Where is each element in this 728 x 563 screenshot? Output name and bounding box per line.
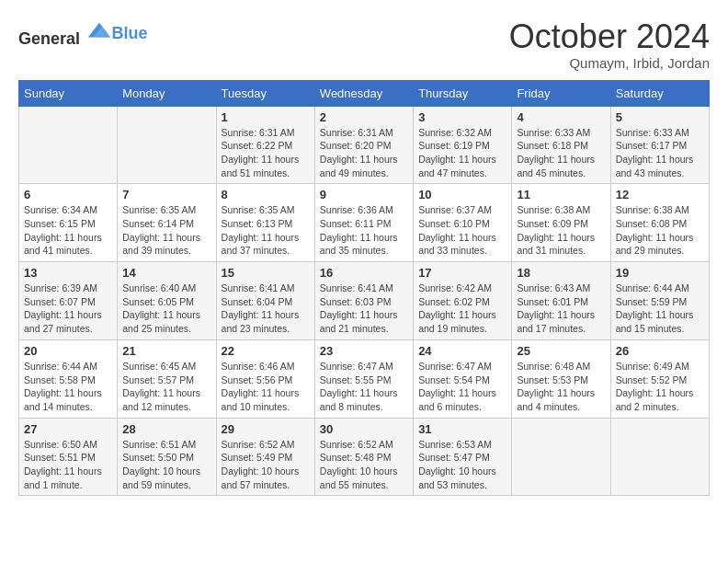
day-of-week-header: Monday (118, 80, 216, 106)
day-info: Sunrise: 6:37 AM Sunset: 6:10 PM Dayligh… (418, 203, 506, 258)
day-info: Sunrise: 6:48 AM Sunset: 5:53 PM Dayligh… (517, 360, 605, 414)
month-title: October 2024 (509, 18, 710, 55)
day-number: 29 (222, 422, 310, 436)
calendar-cell: 26Sunrise: 6:49 AM Sunset: 5:52 PM Dayli… (610, 339, 709, 418)
day-info: Sunrise: 6:44 AM Sunset: 5:59 PM Dayligh… (616, 282, 704, 336)
day-info: Sunrise: 6:33 AM Sunset: 6:17 PM Dayligh… (616, 126, 704, 180)
day-info: Sunrise: 6:35 AM Sunset: 6:14 PM Dayligh… (122, 203, 210, 258)
calendar-cell (512, 418, 610, 496)
calendar-cell: 31Sunrise: 6:53 AM Sunset: 5:47 PM Dayli… (414, 418, 512, 496)
day-info: Sunrise: 6:52 AM Sunset: 5:49 PM Dayligh… (222, 438, 310, 492)
day-number: 17 (418, 266, 506, 280)
day-number: 11 (517, 188, 605, 201)
day-info: Sunrise: 6:39 AM Sunset: 6:07 PM Dayligh… (24, 282, 112, 336)
day-info: Sunrise: 6:31 AM Sunset: 6:22 PM Dayligh… (222, 126, 310, 180)
day-info: Sunrise: 6:41 AM Sunset: 6:04 PM Dayligh… (222, 282, 310, 336)
day-number: 2 (320, 110, 408, 124)
day-of-week-header: Saturday (610, 80, 709, 106)
day-of-week-header: Wednesday (314, 80, 413, 106)
day-of-week-header: Friday (512, 80, 610, 106)
day-info: Sunrise: 6:40 AM Sunset: 6:05 PM Dayligh… (122, 282, 210, 336)
calendar-cell: 12Sunrise: 6:38 AM Sunset: 6:08 PM Dayli… (610, 184, 709, 262)
calendar-cell: 22Sunrise: 6:46 AM Sunset: 5:56 PM Dayli… (216, 339, 314, 418)
day-number: 31 (418, 422, 506, 436)
day-number: 12 (616, 188, 704, 201)
logo-icon (86, 18, 112, 44)
day-number: 3 (418, 110, 506, 124)
calendar-week-row: 13Sunrise: 6:39 AM Sunset: 6:07 PM Dayli… (19, 262, 710, 340)
calendar-cell (610, 418, 709, 496)
day-number: 14 (122, 266, 210, 280)
calendar-cell: 16Sunrise: 6:41 AM Sunset: 6:03 PM Dayli… (314, 262, 413, 340)
calendar-cell: 2Sunrise: 6:31 AM Sunset: 6:20 PM Daylig… (314, 106, 413, 184)
calendar-cell: 20Sunrise: 6:44 AM Sunset: 5:58 PM Dayli… (19, 339, 118, 418)
day-number: 28 (122, 422, 210, 436)
calendar-cell: 10Sunrise: 6:37 AM Sunset: 6:10 PM Dayli… (414, 184, 512, 262)
day-number: 30 (320, 422, 408, 436)
day-number: 10 (418, 188, 506, 201)
calendar-cell: 8Sunrise: 6:35 AM Sunset: 6:13 PM Daylig… (216, 184, 314, 262)
day-info: Sunrise: 6:34 AM Sunset: 6:15 PM Dayligh… (24, 203, 112, 258)
calendar-cell: 29Sunrise: 6:52 AM Sunset: 5:49 PM Dayli… (216, 418, 314, 496)
day-number: 18 (517, 266, 605, 280)
calendar-cell: 27Sunrise: 6:50 AM Sunset: 5:51 PM Dayli… (19, 418, 118, 496)
calendar-cell: 18Sunrise: 6:43 AM Sunset: 6:01 PM Dayli… (512, 262, 610, 340)
day-number: 9 (320, 188, 408, 201)
day-number: 25 (517, 344, 605, 358)
day-number: 21 (122, 344, 210, 358)
day-number: 15 (222, 266, 310, 280)
calendar-table: SundayMondayTuesdayWednesdayThursdayFrid… (18, 80, 710, 497)
calendar-cell: 5Sunrise: 6:33 AM Sunset: 6:17 PM Daylig… (610, 106, 709, 184)
day-number: 20 (24, 344, 112, 358)
calendar-week-row: 6Sunrise: 6:34 AM Sunset: 6:15 PM Daylig… (19, 184, 710, 262)
location: Qumaym, Irbid, Jordan (509, 55, 710, 71)
day-info: Sunrise: 6:31 AM Sunset: 6:20 PM Dayligh… (320, 126, 408, 180)
day-info: Sunrise: 6:43 AM Sunset: 6:01 PM Dayligh… (517, 282, 605, 336)
calendar-cell: 25Sunrise: 6:48 AM Sunset: 5:53 PM Dayli… (512, 339, 610, 418)
day-info: Sunrise: 6:44 AM Sunset: 5:58 PM Dayligh… (24, 360, 112, 414)
calendar-cell: 23Sunrise: 6:47 AM Sunset: 5:55 PM Dayli… (314, 339, 413, 418)
logo-text-blue: Blue (112, 24, 148, 42)
calendar-cell: 24Sunrise: 6:47 AM Sunset: 5:54 PM Dayli… (414, 339, 512, 418)
day-info: Sunrise: 6:38 AM Sunset: 6:08 PM Dayligh… (616, 203, 704, 258)
calendar-week-row: 20Sunrise: 6:44 AM Sunset: 5:58 PM Dayli… (19, 339, 710, 418)
day-info: Sunrise: 6:52 AM Sunset: 5:48 PM Dayligh… (320, 438, 408, 492)
day-number: 26 (616, 344, 704, 358)
calendar-cell: 19Sunrise: 6:44 AM Sunset: 5:59 PM Dayli… (610, 262, 709, 340)
calendar-cell: 30Sunrise: 6:52 AM Sunset: 5:48 PM Dayli… (314, 418, 413, 496)
day-number: 13 (24, 266, 112, 280)
logo-text-general: General (18, 29, 80, 48)
calendar-cell: 15Sunrise: 6:41 AM Sunset: 6:04 PM Dayli… (216, 262, 314, 340)
logo: General Blue (18, 18, 148, 49)
day-number: 6 (24, 188, 112, 201)
calendar-cell: 11Sunrise: 6:38 AM Sunset: 6:09 PM Dayli… (512, 184, 610, 262)
day-number: 24 (418, 344, 506, 358)
calendar-cell: 7Sunrise: 6:35 AM Sunset: 6:14 PM Daylig… (118, 184, 216, 262)
day-of-week-header: Thursday (414, 80, 512, 106)
day-number: 8 (222, 188, 310, 201)
calendar-cell: 17Sunrise: 6:42 AM Sunset: 6:02 PM Dayli… (414, 262, 512, 340)
calendar-week-row: 27Sunrise: 6:50 AM Sunset: 5:51 PM Dayli… (19, 418, 710, 496)
day-number: 22 (222, 344, 310, 358)
day-info: Sunrise: 6:38 AM Sunset: 6:09 PM Dayligh… (517, 203, 605, 258)
calendar-cell: 6Sunrise: 6:34 AM Sunset: 6:15 PM Daylig… (19, 184, 118, 262)
day-number: 19 (616, 266, 704, 280)
day-info: Sunrise: 6:46 AM Sunset: 5:56 PM Dayligh… (222, 360, 310, 414)
day-info: Sunrise: 6:53 AM Sunset: 5:47 PM Dayligh… (418, 438, 506, 492)
calendar-cell: 3Sunrise: 6:32 AM Sunset: 6:19 PM Daylig… (414, 106, 512, 184)
day-info: Sunrise: 6:51 AM Sunset: 5:50 PM Dayligh… (122, 438, 210, 492)
calendar-cell: 21Sunrise: 6:45 AM Sunset: 5:57 PM Dayli… (118, 339, 216, 418)
calendar-week-row: 1Sunrise: 6:31 AM Sunset: 6:22 PM Daylig… (19, 106, 710, 184)
day-info: Sunrise: 6:45 AM Sunset: 5:57 PM Dayligh… (122, 360, 210, 414)
calendar-cell: 1Sunrise: 6:31 AM Sunset: 6:22 PM Daylig… (216, 106, 314, 184)
calendar-header-row: SundayMondayTuesdayWednesdayThursdayFrid… (19, 80, 710, 106)
day-info: Sunrise: 6:47 AM Sunset: 5:55 PM Dayligh… (320, 360, 408, 414)
day-of-week-header: Sunday (19, 80, 118, 106)
day-info: Sunrise: 6:41 AM Sunset: 6:03 PM Dayligh… (320, 282, 408, 336)
day-info: Sunrise: 6:49 AM Sunset: 5:52 PM Dayligh… (616, 360, 704, 414)
title-area: October 2024 Qumaym, Irbid, Jordan (509, 18, 710, 71)
calendar-cell: 4Sunrise: 6:33 AM Sunset: 6:18 PM Daylig… (512, 106, 610, 184)
calendar-cell (118, 106, 216, 184)
calendar-cell (19, 106, 118, 184)
day-info: Sunrise: 6:36 AM Sunset: 6:11 PM Dayligh… (320, 203, 408, 258)
